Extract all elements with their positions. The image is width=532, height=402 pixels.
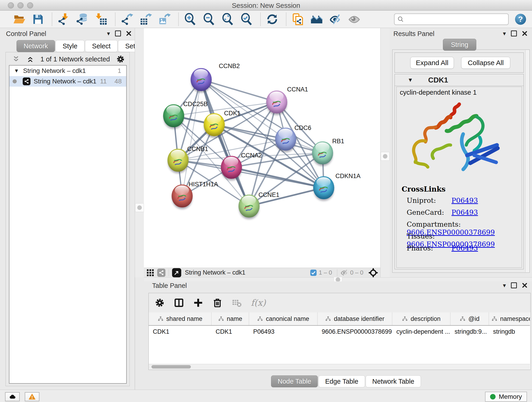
node-label-cdc25b: CDC25B bbox=[183, 101, 208, 108]
hidden-eye-slash-icon[interactable] bbox=[341, 269, 348, 277]
zoom-in-button[interactable] bbox=[184, 13, 196, 26]
export-network-button[interactable] bbox=[120, 13, 133, 26]
tree-expand-icon[interactable]: ▼ bbox=[14, 68, 19, 74]
gear-icon[interactable] bbox=[116, 55, 125, 64]
table-row[interactable]: CDK1CDK1P064939606.ENSP00000378699cyclin… bbox=[149, 326, 530, 338]
tab-select[interactable]: Select bbox=[85, 40, 118, 52]
save-session-button[interactable] bbox=[32, 13, 44, 26]
network-node-ccnb2[interactable] bbox=[191, 68, 212, 91]
right-splitter-handle[interactable] bbox=[381, 152, 389, 161]
table-cell[interactable]: P06493 bbox=[249, 328, 317, 335]
table-panel-close-icon[interactable] bbox=[522, 283, 527, 288]
cloud-status-button[interactable] bbox=[5, 392, 20, 401]
control-panel-float-icon[interactable] bbox=[115, 31, 121, 36]
collapse-all-button[interactable]: Collapse All bbox=[461, 57, 510, 69]
collapse-all-icon[interactable] bbox=[12, 55, 20, 63]
expand-all-button[interactable]: Expand All bbox=[410, 57, 454, 69]
left-splitter[interactable] bbox=[135, 28, 144, 277]
memory-label: Memory bbox=[499, 393, 522, 400]
node-label-ccne1: CCNE1 bbox=[259, 191, 279, 198]
right-splitter[interactable] bbox=[380, 28, 390, 277]
entry-collapse-icon[interactable]: ▼ bbox=[408, 77, 413, 83]
column-header-canonical-name[interactable]: canonical name bbox=[249, 313, 317, 325]
tab-network-table[interactable]: Network Table bbox=[366, 375, 421, 387]
zoom-fit-button[interactable] bbox=[221, 13, 234, 26]
network-node-hist1h1a[interactable] bbox=[172, 185, 193, 207]
column-header-database-identifier[interactable]: database identifier bbox=[317, 313, 392, 325]
select-columns-icon[interactable] bbox=[174, 298, 184, 308]
table-cell[interactable]: stringdb:9... bbox=[450, 328, 489, 335]
import-network-file-button[interactable] bbox=[57, 13, 70, 26]
network-collection-row[interactable]: ▼ String Network – cdk1 1 bbox=[9, 65, 126, 76]
tab-node-table[interactable]: Node Table bbox=[271, 375, 318, 387]
delete-column-icon[interactable] bbox=[212, 298, 222, 308]
table-horizontal-scrollbar[interactable] bbox=[149, 364, 530, 370]
tab-edge-table[interactable]: Edge Table bbox=[318, 375, 365, 387]
show-all-button[interactable] bbox=[310, 13, 323, 26]
network-node-cdkn1a[interactable] bbox=[313, 176, 334, 199]
network-row[interactable]: String Network – cdk1 11 48 bbox=[9, 76, 126, 87]
import-network-database-button[interactable] bbox=[76, 13, 89, 26]
selected-checkbox-icon[interactable] bbox=[310, 269, 317, 276]
export-table-button[interactable] bbox=[139, 13, 152, 26]
column-header-shared-name[interactable]: shared name bbox=[149, 313, 211, 325]
gene-entry-header[interactable]: ▼ CDK1 bbox=[395, 74, 524, 86]
table-cell[interactable]: stringdb bbox=[489, 328, 530, 335]
control-panel-menu-icon[interactable]: ▾ bbox=[107, 31, 110, 36]
column-header-description[interactable]: description bbox=[392, 313, 450, 325]
network-node-rb1[interactable] bbox=[312, 141, 333, 164]
table-cell[interactable]: cyclin-dependent ... bbox=[392, 328, 450, 335]
add-column-icon[interactable] bbox=[193, 298, 203, 308]
network-view-share-icon[interactable] bbox=[157, 269, 165, 277]
zoom-out-button[interactable] bbox=[203, 13, 215, 26]
open-session-button[interactable] bbox=[13, 13, 26, 26]
expand-all-icon[interactable] bbox=[26, 55, 34, 63]
export-image-button[interactable] bbox=[158, 13, 171, 26]
birdseye-view-icon[interactable] bbox=[172, 268, 181, 277]
tab-network[interactable]: Network bbox=[17, 40, 55, 52]
results-panel-close-icon[interactable] bbox=[522, 31, 527, 36]
table-gear-icon[interactable] bbox=[155, 298, 165, 308]
selected-count: 1 – 0 bbox=[319, 269, 332, 276]
network-node-cdk1[interactable] bbox=[204, 113, 225, 136]
table-cell[interactable]: CDK1 bbox=[149, 328, 211, 335]
genecard-link[interactable]: P06493 bbox=[452, 208, 478, 216]
show-hidden-button[interactable] bbox=[348, 13, 361, 26]
results-panel-float-icon[interactable] bbox=[511, 31, 517, 36]
memory-button[interactable]: Memory bbox=[485, 392, 527, 402]
uniprot-link[interactable]: P06493 bbox=[452, 196, 478, 204]
fit-selected-crosshair-icon[interactable] bbox=[368, 268, 378, 278]
left-splitter-handle[interactable] bbox=[135, 203, 144, 212]
table-cell[interactable]: 9606.ENSP00000378699 bbox=[317, 328, 392, 335]
warnings-button[interactable] bbox=[25, 392, 39, 401]
network-node-cdc6[interactable] bbox=[275, 128, 296, 151]
network-node-ccne1[interactable] bbox=[239, 195, 260, 217]
grid-view-icon[interactable] bbox=[146, 269, 154, 277]
results-panel-menu-icon[interactable]: ▾ bbox=[503, 31, 506, 36]
network-node-ccna1[interactable] bbox=[266, 90, 287, 114]
column-header-namespace[interactable]: namespace bbox=[489, 313, 530, 325]
table-panel-menu-icon[interactable]: ▾ bbox=[503, 282, 506, 288]
control-panel-close-icon[interactable] bbox=[126, 31, 132, 36]
tab-string[interactable]: String bbox=[443, 39, 476, 51]
bottom-splitter[interactable] bbox=[144, 277, 532, 282]
refresh-button[interactable] bbox=[266, 13, 279, 26]
search-input[interactable] bbox=[404, 15, 501, 23]
table-cell[interactable]: CDK1 bbox=[211, 328, 249, 335]
network-node-cdc25b[interactable] bbox=[163, 104, 184, 127]
network-node-ccnb1[interactable] bbox=[167, 149, 189, 172]
network-node-ccna2[interactable] bbox=[221, 156, 242, 179]
column-header--id[interactable]: @id bbox=[450, 313, 489, 325]
network-canvas[interactable]: CCNB2CCNA1CDC25BCDK1CDC6RB1CCNB1CCNA2CDK… bbox=[144, 28, 380, 268]
help-button[interactable]: ? bbox=[515, 14, 526, 25]
scrollbar-thumb[interactable] bbox=[152, 365, 191, 369]
tab-style[interactable]: Style bbox=[56, 40, 84, 52]
hide-selected-button[interactable] bbox=[329, 13, 342, 26]
table-panel-float-icon[interactable] bbox=[511, 282, 517, 288]
clone-network-button[interactable] bbox=[291, 13, 304, 26]
import-table-file-button[interactable] bbox=[95, 13, 108, 26]
column-header-name[interactable]: name bbox=[211, 313, 249, 325]
zoom-selected-button[interactable] bbox=[240, 13, 253, 26]
results-scrollbar[interactable] bbox=[525, 50, 529, 272]
pharos-link[interactable]: P06493 bbox=[452, 244, 478, 252]
